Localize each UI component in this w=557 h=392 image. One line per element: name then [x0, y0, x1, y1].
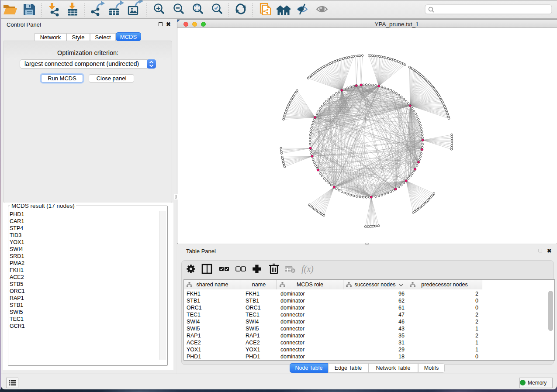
- svg-text:f(x): f(x): [301, 264, 314, 274]
